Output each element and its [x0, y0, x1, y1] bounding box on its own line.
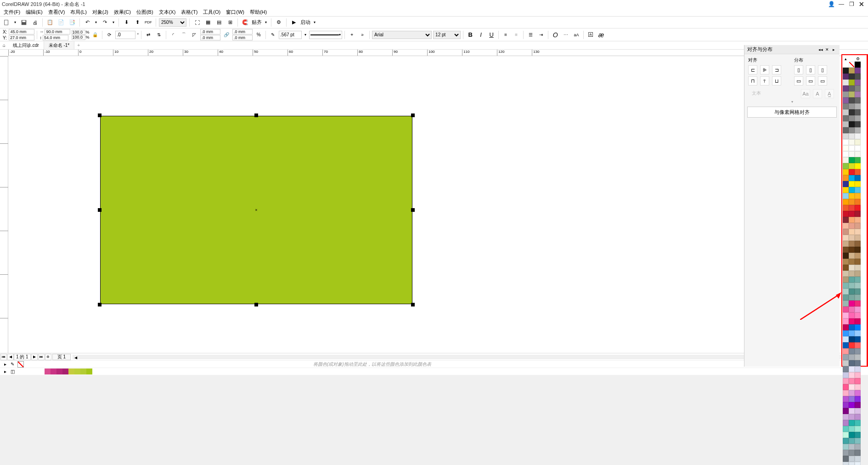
relative-corner-button[interactable]: % — [254, 30, 263, 40]
mirror-v-button[interactable]: ⇅ — [154, 30, 163, 40]
color-swatch[interactable] — [849, 295, 855, 301]
menu-window[interactable]: 窗口(W) — [223, 9, 247, 16]
color-swatch[interactable] — [843, 336, 849, 342]
width-input[interactable] — [45, 29, 70, 34]
color-swatch[interactable] — [855, 342, 861, 348]
menu-layout[interactable]: 布局(L) — [68, 9, 89, 16]
export-button[interactable]: ⬆ — [133, 18, 142, 27]
color-swatch[interactable] — [849, 229, 855, 235]
color-swatch[interactable] — [843, 68, 849, 74]
menu-edit[interactable]: 编辑(E) — [23, 9, 45, 16]
color-swatch[interactable] — [849, 259, 855, 265]
redo-dropdown[interactable]: ▾ — [111, 20, 116, 24]
color-swatch[interactable] — [855, 253, 861, 259]
page-add-button[interactable]: ⊕ — [45, 354, 51, 360]
color-swatch[interactable] — [849, 97, 855, 103]
color-swatch[interactable] — [843, 324, 849, 330]
corner-chamfer-button[interactable]: ◸ — [190, 30, 199, 40]
color-swatch[interactable] — [843, 444, 849, 450]
launch-icon[interactable]: ▶ — [289, 18, 299, 27]
rotation-input[interactable] — [115, 31, 135, 39]
color-swatch[interactable] — [849, 68, 855, 74]
color-swatch[interactable] — [849, 181, 855, 187]
color-swatch[interactable] — [849, 74, 855, 79]
color-swatch[interactable] — [855, 181, 861, 187]
color-swatch[interactable] — [843, 199, 849, 205]
color-swatch[interactable] — [855, 121, 861, 127]
color-swatch[interactable] — [843, 151, 849, 157]
handle-t[interactable] — [254, 113, 258, 117]
color-swatch[interactable] — [849, 330, 855, 336]
color-swatch[interactable] — [849, 133, 855, 139]
color-swatch[interactable] — [855, 265, 861, 271]
color-swatch[interactable] — [855, 109, 861, 115]
color-swatch[interactable] — [843, 169, 849, 175]
snap-icon[interactable]: 🧲 — [241, 18, 250, 27]
menu-text[interactable]: 文本(X) — [156, 9, 179, 16]
color-swatch[interactable] — [843, 259, 849, 265]
color-swatch[interactable] — [855, 223, 861, 229]
color-swatch[interactable] — [843, 366, 849, 372]
color-swatch[interactable] — [843, 74, 849, 79]
color-swatch[interactable] — [855, 205, 861, 211]
color-swatch[interactable] — [855, 390, 861, 396]
color-swatch[interactable] — [849, 85, 855, 91]
color-swatch[interactable] — [849, 199, 855, 205]
dist-top-button[interactable]: ▭ — [794, 76, 803, 85]
color-swatch[interactable] — [849, 462, 855, 465]
close-button[interactable]: ✕ — [857, 0, 866, 8]
pdf-button[interactable]: PDF — [144, 18, 153, 27]
color-swatch[interactable] — [843, 145, 849, 151]
palette-swatch[interactable] — [51, 369, 56, 374]
palette-swatch[interactable] — [80, 369, 86, 374]
color-swatch[interactable] — [855, 414, 861, 420]
palette-settings-icon[interactable]: ⚙ — [855, 56, 861, 62]
color-swatch[interactable] — [849, 175, 855, 181]
color-swatch[interactable] — [843, 462, 849, 465]
color-swatch[interactable] — [855, 456, 861, 462]
font-select[interactable]: Arial — [372, 31, 432, 39]
color-swatch[interactable] — [843, 354, 849, 360]
paste-button[interactable]: 📄 — [56, 18, 66, 27]
home-icon[interactable]: ⌂ — [0, 43, 8, 48]
color-swatch[interactable] — [849, 301, 855, 306]
color-swatch[interactable] — [843, 109, 849, 115]
import-button[interactable]: ⬇ — [122, 18, 131, 27]
color-swatch[interactable] — [843, 414, 849, 420]
color-swatch[interactable] — [849, 235, 855, 241]
color-swatch[interactable] — [843, 79, 849, 85]
color-swatch[interactable] — [849, 127, 855, 133]
color-swatch[interactable] — [855, 426, 861, 432]
color-swatch[interactable] — [849, 456, 855, 462]
handle-br[interactable] — [411, 303, 415, 306]
color-swatch[interactable] — [849, 336, 855, 342]
menu-file[interactable]: 文件(F) — [1, 9, 23, 16]
no-fill-indicator[interactable] — [17, 361, 24, 368]
color-swatch[interactable] — [843, 456, 849, 462]
color-swatch[interactable] — [855, 62, 861, 68]
color-swatch[interactable] — [855, 85, 861, 91]
color-swatch[interactable] — [855, 348, 861, 354]
clipboard-button[interactable]: 📑 — [68, 18, 77, 27]
dist-center-h-button[interactable]: ▯ — [806, 65, 815, 74]
launch-dropdown[interactable]: ▾ — [312, 20, 317, 24]
palette-swatch[interactable] — [74, 369, 80, 374]
color-swatch[interactable] — [855, 211, 861, 217]
color-swatch[interactable] — [849, 247, 855, 253]
color-swatch[interactable] — [855, 193, 861, 199]
color-swatch[interactable] — [849, 444, 855, 450]
handle-bl[interactable] — [98, 303, 101, 306]
color-swatch[interactable] — [843, 330, 849, 336]
color-swatch[interactable] — [855, 318, 861, 324]
underline-button[interactable]: U — [487, 30, 496, 40]
color-swatch[interactable] — [855, 372, 861, 378]
color-swatch[interactable] — [855, 301, 861, 306]
palette-swatch[interactable] — [39, 369, 45, 374]
color-swatch[interactable] — [849, 163, 855, 169]
color-swatch[interactable] — [849, 205, 855, 211]
docker-collapse-button[interactable]: ◂◂ — [817, 46, 824, 53]
color-swatch[interactable] — [855, 312, 861, 318]
color-swatch[interactable] — [849, 223, 855, 229]
font-effects-button[interactable]: 🄰 — [586, 30, 595, 40]
color-swatch[interactable] — [843, 175, 849, 181]
